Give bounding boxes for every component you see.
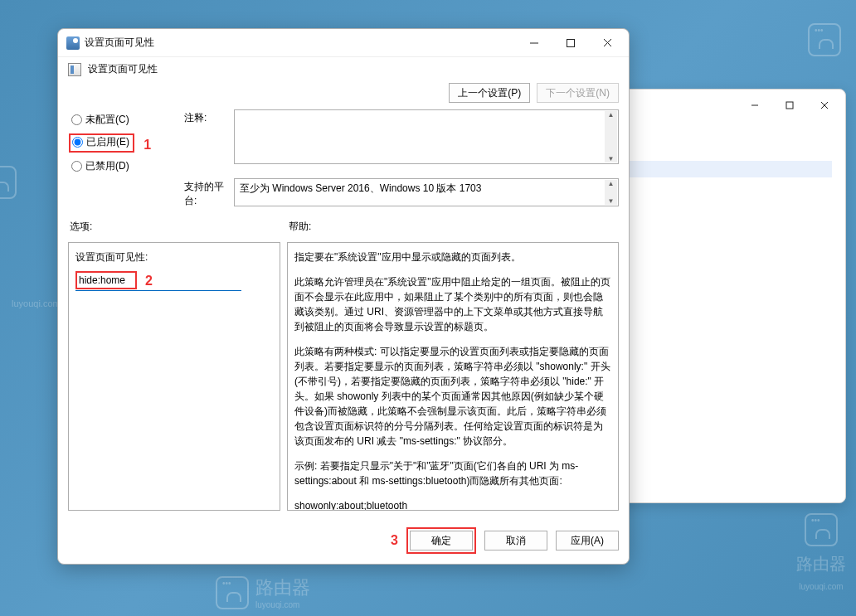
window-title: 设置页面可见性 — [85, 36, 516, 50]
watermark-icon — [805, 513, 838, 546]
previous-setting-button[interactable]: 上一个设置(P) — [449, 83, 530, 103]
help-paragraph: 此策略有两种模式: 可以指定要显示的设置页面列表或指定要隐藏的页面列表。若要指定… — [294, 344, 611, 449]
radio-disabled[interactable]: 已禁用(D) — [71, 159, 184, 173]
visibility-input[interactable] — [77, 273, 135, 288]
policy-icon — [68, 63, 81, 76]
bg-close-button[interactable] — [807, 93, 842, 118]
help-paragraph: showonly:about;bluetooth — [294, 498, 611, 511]
settings-visibility-dialog: 设置页面可见性 设置页面可见性 上一个设置(P) 下一个设置(N) 未配置(C — [57, 28, 630, 565]
cancel-button[interactable]: 取消 — [484, 531, 547, 551]
watermark-icon — [808, 23, 841, 56]
radio-enabled[interactable]: 已启用(E) — [72, 135, 129, 149]
titlebar: 设置页面可见性 — [58, 29, 629, 57]
annotation-3: 3 — [391, 533, 398, 548]
help-panel[interactable]: 指定要在"系统设置"应用中显示或隐藏的页面列表。 此策略允许管理员在"系统设置"… — [287, 242, 619, 511]
maximize-button[interactable] — [552, 31, 589, 56]
platform-textarea[interactable]: 至少为 Windows Server 2016、Windows 10 版本 17… — [234, 178, 619, 206]
help-paragraph: 指定要在"系统设置"应用中显示或隐藏的页面列表。 — [294, 250, 611, 264]
close-button[interactable] — [589, 31, 625, 56]
watermark-icon — [0, 166, 17, 199]
bg-minimize-button[interactable] — [737, 93, 772, 118]
scrollbar[interactable]: ▲▼ — [605, 180, 617, 205]
watermark-url: luyouqi.com — [799, 582, 843, 591]
ok-button[interactable]: 确定 — [410, 531, 473, 551]
help-paragraph: 示例: 若要指定只显示"关于"和"蓝牙"页面(它们各自的 URI 为 ms-se… — [294, 458, 611, 488]
platform-text: 至少为 Windows Server 2016、Windows 10 版本 17… — [240, 182, 481, 194]
watermark-brand: 路由器 — [255, 575, 310, 600]
watermark-url: luyouqi.com — [12, 298, 61, 308]
app-icon — [66, 36, 80, 50]
help-label: 帮助: — [289, 220, 619, 234]
visibility-field-label: 设置页面可见性: — [75, 250, 273, 264]
comments-textarea[interactable]: ▲▼ — [234, 109, 619, 164]
dialog-subtitle: 设置页面可见性 — [88, 62, 158, 76]
background-window — [614, 89, 846, 503]
comments-label: 注释: — [184, 109, 234, 125]
apply-button[interactable]: 应用(A) — [556, 531, 619, 551]
help-paragraph: 此策略允许管理员在"系统设置"应用中阻止给定的一组页面。被阻止的页面不会显示在此… — [294, 274, 611, 334]
svg-rect-1 — [786, 102, 793, 109]
options-panel: 设置页面可见性: 2 — [68, 242, 280, 511]
scrollbar[interactable]: ▲▼ — [605, 111, 617, 162]
watermark-icon — [216, 576, 249, 609]
annotation-2: 2 — [145, 274, 153, 288]
annotation-1: 1 — [143, 138, 151, 152]
radio-not-configured[interactable]: 未配置(C) — [71, 113, 184, 127]
bg-maximize-button[interactable] — [772, 93, 807, 118]
next-setting-button: 下一个设置(N) — [537, 83, 619, 103]
minimize-button[interactable] — [516, 31, 552, 56]
platform-label: 支持的平台: — [184, 178, 234, 208]
state-radio-group: 未配置(C) 已启用(E) 1 已禁用(D) — [71, 109, 184, 173]
svg-rect-5 — [567, 39, 575, 46]
options-label: 选项: — [70, 220, 280, 234]
watermark-brand: 路由器 — [796, 553, 846, 575]
watermark-url: luyouqi.com — [255, 600, 310, 609]
